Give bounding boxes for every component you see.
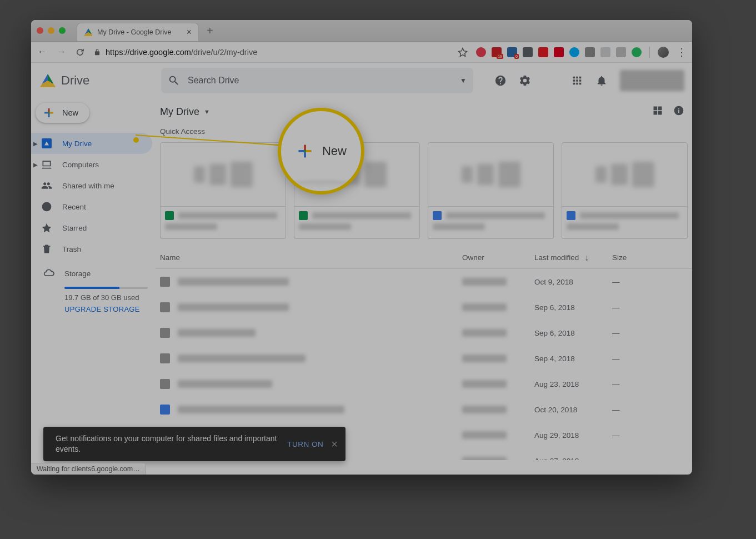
table-row[interactable]: Oct 9, 2018— <box>156 269 692 295</box>
expand-caret-icon[interactable]: ▶ <box>33 141 38 147</box>
toast-turn-on-button[interactable]: TURN ON <box>287 440 323 448</box>
sidebar-item-mydrive[interactable]: ▶My Drive <box>31 133 152 154</box>
drive-logo[interactable]: Drive <box>40 73 157 88</box>
storage-label: Storage <box>64 270 91 278</box>
nav-forward-button[interactable]: → <box>56 46 67 58</box>
table-row[interactable]: Oct 20, 2018— <box>156 397 692 422</box>
table-row[interactable]: Aug 23, 2018— <box>156 371 692 397</box>
extension-ext-blue-icon[interactable]: 0 <box>507 47 517 57</box>
close-window-button[interactable] <box>37 27 43 34</box>
file-owner <box>462 380 507 388</box>
file-size: — <box>612 431 684 440</box>
account-switcher[interactable] <box>620 70 684 91</box>
expand-caret-icon[interactable]: ▶ <box>33 162 38 168</box>
quick-access-card[interactable] <box>562 142 688 239</box>
sidebar-item-trash[interactable]: Trash <box>31 238 152 259</box>
settings-button[interactable] <box>519 74 531 87</box>
recent-icon <box>41 201 52 212</box>
file-owner <box>462 278 507 286</box>
new-button[interactable]: New <box>36 103 89 123</box>
quick-access-row <box>156 142 692 247</box>
notifications-button[interactable] <box>595 74 608 87</box>
column-modified[interactable]: Last modified ↓ <box>534 253 612 263</box>
sidebar-item-label: Recent <box>62 203 86 211</box>
header-actions <box>494 70 684 91</box>
column-name[interactable]: Name <box>160 253 462 262</box>
extension-dot-green-icon[interactable] <box>632 47 642 57</box>
sidebar-item-shared[interactable]: Shared with me <box>31 175 152 196</box>
extension-plus-ext-icon[interactable] <box>616 47 626 57</box>
chevron-down-icon: ▼ <box>204 108 210 115</box>
upgrade-storage-link[interactable]: UPGRADE STORAGE <box>64 305 156 313</box>
file-size: — <box>612 303 684 312</box>
details-button[interactable] <box>673 105 684 118</box>
table-row[interactable]: Sep 4, 2018— <box>156 346 692 371</box>
starred-icon <box>41 222 52 233</box>
column-owner[interactable]: Owner <box>462 253 534 262</box>
extension-cast-icon[interactable] <box>523 47 533 57</box>
main-content: My Drive ▼ Quick Access Name Owner Last … <box>156 98 692 475</box>
sidebar-item-label: Shared with me <box>62 182 114 190</box>
search-input[interactable] <box>188 76 452 86</box>
table-row[interactable]: Sep 6, 2018— <box>156 320 692 346</box>
close-tab-icon[interactable]: × <box>187 27 192 37</box>
url-field[interactable]: https://drive.google.com/drive/u/2/my-dr… <box>93 48 449 57</box>
separator <box>649 47 650 58</box>
search-options-icon[interactable]: ▼ <box>460 77 467 84</box>
new-tab-button[interactable]: + <box>199 24 221 37</box>
file-type-icon <box>160 328 170 338</box>
extension-medium-icon[interactable] <box>585 47 595 57</box>
file-modified: Oct 9, 2018 <box>534 278 612 286</box>
toast-close-icon[interactable]: × <box>331 438 338 451</box>
sidebar-item-starred[interactable]: Starred <box>31 217 152 238</box>
grid-view-button[interactable] <box>652 105 663 118</box>
minimize-window-button[interactable] <box>48 27 54 34</box>
file-type-icon <box>160 405 170 415</box>
lock-icon <box>93 48 101 56</box>
help-button[interactable] <box>494 74 507 87</box>
column-size[interactable]: Size <box>612 253 684 262</box>
sidebar-item-computers[interactable]: ▶Computers <box>31 154 152 175</box>
file-modified: Sep 6, 2018 <box>534 329 612 337</box>
quick-access-card[interactable] <box>160 142 286 239</box>
breadcrumb-row: My Drive ▼ <box>156 98 692 125</box>
file-owner <box>462 431 507 439</box>
profile-avatar-icon[interactable] <box>658 47 669 58</box>
reload-button[interactable] <box>74 47 86 57</box>
search-icon <box>168 74 180 87</box>
file-modified: Aug 23, 2018 <box>534 380 612 388</box>
sidebar-item-recent[interactable]: Recent <box>31 196 152 217</box>
file-size: — <box>612 406 684 414</box>
sidebar: New ▶My Drive▶ComputersShared with meRec… <box>31 98 156 475</box>
extension-feather-icon[interactable] <box>600 47 610 57</box>
file-modified: Sep 4, 2018 <box>534 355 612 363</box>
extension-pocket-icon[interactable] <box>476 47 486 57</box>
extension-ext-red-icon[interactable]: 19 <box>492 47 502 57</box>
file-type-icon <box>160 302 170 312</box>
maximize-window-button[interactable] <box>59 27 66 34</box>
file-name <box>178 406 344 413</box>
extension-circle-blue-icon[interactable] <box>569 47 579 57</box>
extension-pinterest-icon[interactable] <box>554 47 564 57</box>
apps-grid-button[interactable] <box>571 74 583 87</box>
file-modified: Oct 20, 2018 <box>534 406 612 414</box>
drive-header: Drive ▼ <box>31 63 692 98</box>
breadcrumb[interactable]: My Drive ▼ <box>160 106 210 118</box>
storage-bar <box>64 287 148 289</box>
chrome-menu-button[interactable]: ⋮ <box>677 46 687 58</box>
bookmark-star-icon[interactable] <box>457 47 468 57</box>
quick-access-card[interactable] <box>428 142 554 239</box>
extension-opera-icon[interactable] <box>538 47 548 57</box>
table-row[interactable]: Sep 6, 2018— <box>156 295 692 320</box>
file-modified: Aug 27, 2018 <box>534 457 612 461</box>
search-box[interactable]: ▼ <box>161 68 473 93</box>
browser-tab[interactable]: My Drive - Google Drive × <box>77 23 199 41</box>
callout-label: New <box>322 144 347 158</box>
new-button-label: New <box>62 108 78 117</box>
file-owner <box>462 355 507 362</box>
toast-text: Get notifications on your computer for s… <box>56 433 279 455</box>
nav-back-button[interactable]: ← <box>37 46 48 58</box>
svg-rect-1 <box>678 109 679 113</box>
file-size: — <box>612 278 684 286</box>
product-name: Drive <box>61 73 89 88</box>
